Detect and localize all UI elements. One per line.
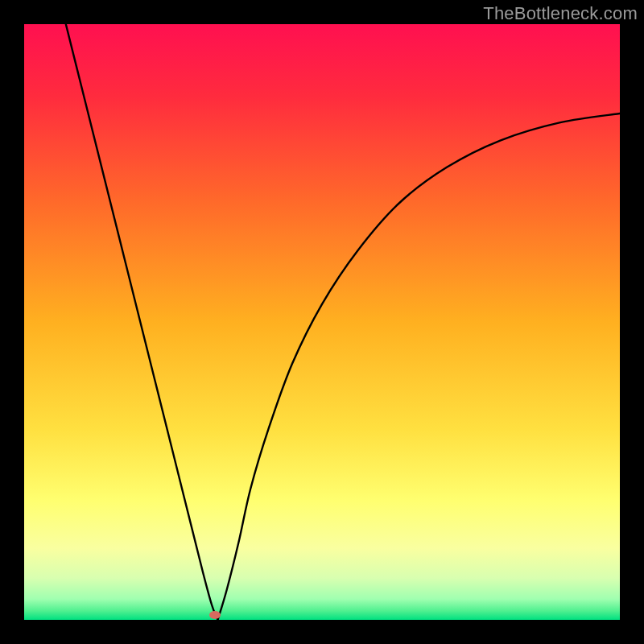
minimum-marker [209,611,221,619]
chart-frame: TheBottleneck.com [0,0,644,644]
watermark-text: TheBottleneck.com [483,3,638,24]
curve-layer [24,24,620,620]
curve-right-branch [218,114,621,620]
curve-left-branch [66,24,218,620]
plot-area [24,24,620,620]
